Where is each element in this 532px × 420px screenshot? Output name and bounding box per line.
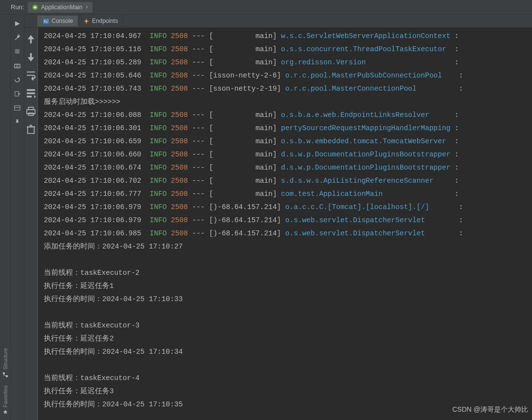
run-icon[interactable]: ▶ [14, 19, 21, 27]
svg-rect-10 [28, 107, 33, 110]
camera-icon[interactable] [14, 62, 21, 69]
console-output[interactable]: 2024-04-25 17:10:04.967 INFO 2508 --- [ … [38, 28, 532, 420]
content-column: Console Endpoints 2024-04-25 17:10:04.96… [24, 15, 532, 420]
svg-rect-13 [3, 372, 5, 374]
run-header: Run: ApplicationMain × [0, 0, 532, 15]
endpoints-icon [83, 18, 90, 24]
structure-tool[interactable]: Structure [2, 343, 8, 378]
svg-rect-1 [15, 49, 19, 54]
layout-icon[interactable] [14, 104, 21, 112]
console-toolbar [24, 28, 38, 420]
pin-icon[interactable] [14, 118, 21, 126]
spring-icon [32, 4, 38, 11]
down-arrow-icon[interactable] [24, 51, 37, 64]
soft-wrap-icon[interactable] [24, 69, 37, 82]
scroll-to-end-icon[interactable] [24, 87, 37, 100]
up-arrow-icon[interactable] [24, 33, 37, 46]
run-toolbar-outer: ▶ [11, 15, 24, 420]
wrench-icon[interactable] [14, 34, 21, 41]
svg-rect-12 [28, 127, 35, 134]
svg-point-8 [85, 20, 88, 22]
close-icon[interactable]: × [85, 4, 89, 11]
favorites-tool[interactable]: Favorites [2, 381, 8, 415]
svg-point-3 [17, 65, 18, 67]
tab-console[interactable]: Console [38, 16, 78, 26]
structure-icon [2, 372, 8, 378]
tab-console-label: Console [52, 18, 73, 24]
clear-icon[interactable] [24, 123, 37, 136]
run-config-tab[interactable]: ApplicationMain × [28, 2, 92, 13]
svg-rect-14 [6, 375, 8, 377]
tab-label: ApplicationMain [41, 4, 82, 11]
star-icon [2, 409, 8, 415]
watermark: CSDN @涛哥是个大帅比 [452, 405, 528, 414]
main-area: ▶ Console Endpoints [0, 15, 532, 420]
tab-endpoints[interactable]: Endpoints [78, 16, 123, 26]
svg-rect-5 [15, 106, 20, 110]
console-icon [43, 18, 49, 24]
run-label: Run: [11, 3, 24, 11]
tab-endpoints-label: Endpoints [92, 18, 118, 24]
left-rail-bottom: Structure Favorites [0, 343, 11, 415]
svg-rect-7 [43, 19, 49, 23]
print-icon[interactable] [24, 105, 37, 118]
sub-tabs: Console Endpoints [24, 15, 532, 28]
refresh-icon[interactable] [14, 76, 21, 83]
svg-rect-2 [15, 64, 20, 68]
inner-toolbar-stub [24, 15, 38, 27]
stop-icon[interactable] [14, 48, 21, 55]
exit-icon[interactable] [14, 90, 21, 97]
